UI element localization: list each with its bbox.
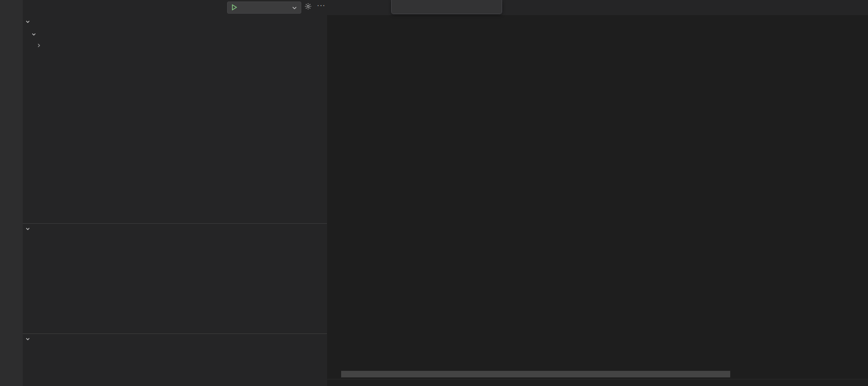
chevron-down-icon — [292, 5, 297, 11]
chevron-down-icon — [31, 32, 36, 38]
more-actions-icon[interactable]: ··· — [317, 1, 326, 9]
activity-bar — [0, 0, 23, 386]
breadcrumb — [327, 15, 868, 25]
call-stack-section-header[interactable] — [23, 334, 327, 345]
horizontal-scrollbar[interactable] — [341, 371, 730, 377]
watch-expression[interactable] — [23, 235, 327, 247]
chevron-down-icon — [25, 19, 30, 25]
code-editor[interactable] — [327, 25, 868, 379]
chevron-right-icon — [36, 43, 41, 49]
bottom-panel-tabs — [327, 379, 868, 386]
variables-section-header[interactable] — [23, 17, 327, 27]
chevron-down-icon — [25, 226, 30, 232]
editor-group — [327, 0, 868, 386]
watch-section-header[interactable] — [23, 224, 327, 234]
variable-this[interactable] — [23, 40, 327, 52]
run-and-debug-panel: ··· — [23, 0, 327, 386]
vscode-window: ··· — [0, 0, 868, 386]
gear-icon[interactable] — [304, 3, 312, 11]
run-play-icon — [232, 4, 237, 12]
section-divider — [23, 333, 327, 334]
section-divider — [23, 223, 327, 224]
chevron-down-icon — [25, 336, 30, 343]
debug-toolbar — [391, 0, 502, 14]
launch-config-dropdown[interactable] — [227, 2, 301, 14]
variables-scope-local[interactable] — [23, 29, 327, 40]
